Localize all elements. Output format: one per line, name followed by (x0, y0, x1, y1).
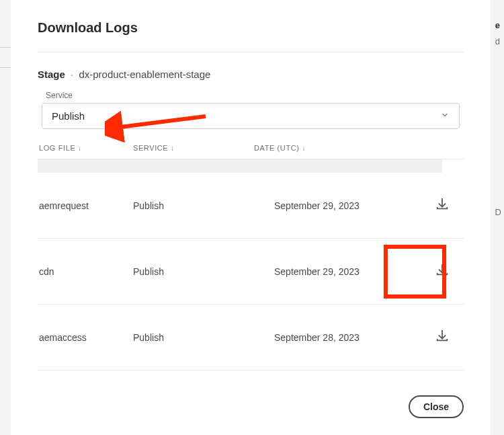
cell-date: September 29, 2023 (274, 200, 422, 211)
download-icon (435, 270, 450, 280)
service-field-label: Service (46, 91, 464, 100)
sort-down-icon: ↓ (302, 145, 306, 152)
sort-down-icon: ↓ (171, 145, 175, 152)
column-header-date[interactable]: DATE (UTC) ↓ (254, 144, 422, 152)
column-header-log-file[interactable]: LOG FILE ↓ (39, 144, 133, 152)
cell-date: September 29, 2023 (274, 266, 422, 277)
download-button[interactable] (431, 325, 454, 350)
bg-line (0, 67, 11, 68)
column-header-label: LOG FILE (39, 144, 75, 152)
column-header-label: SERVICE (133, 144, 168, 152)
download-logs-modal: Download Logs Stage · dx-product-enablem… (11, 0, 491, 435)
stage-line: Stage · dx-product-enablement-stage (38, 69, 464, 80)
bg-fragment: d (495, 36, 500, 46)
spacer-row (38, 159, 442, 173)
download-button[interactable] (431, 193, 454, 218)
cell-log-file: aemrequest (39, 200, 133, 211)
service-select[interactable]: Publish (42, 103, 460, 129)
column-header-service[interactable]: SERVICE ↓ (133, 144, 254, 152)
stage-name: dx-product-enablement-stage (79, 69, 210, 80)
column-header-label: DATE (UTC) (254, 144, 300, 152)
bg-fragment: D (495, 207, 501, 217)
table-header: LOG FILE ↓ SERVICE ↓ DATE (UTC) ↓ (38, 141, 464, 159)
cell-log-file: aemaccess (39, 332, 133, 343)
download-icon (435, 335, 450, 346)
table-row: cdnPublishSeptember 29, 2023 (38, 239, 464, 305)
separator-dot: · (71, 69, 73, 80)
download-button[interactable] (431, 259, 454, 284)
bg-fragment: e (495, 20, 500, 30)
close-button[interactable]: Close (409, 395, 464, 418)
cell-service: Publish (133, 266, 274, 277)
cell-service: Publish (133, 332, 274, 343)
table-row: aemrequestPublishSeptember 29, 2023 (38, 173, 464, 239)
chevron-down-icon (440, 110, 450, 122)
bg-line (0, 47, 11, 48)
table-row: aemaccessPublishSeptember 28, 2023 (38, 305, 464, 370)
cell-service: Publish (133, 200, 274, 211)
modal-title: Download Logs (38, 20, 464, 36)
divider (38, 52, 464, 52)
service-select-value: Publish (52, 110, 85, 122)
download-icon (435, 204, 450, 214)
stage-label: Stage (38, 69, 65, 80)
cell-date: September 28, 2023 (274, 332, 422, 343)
cell-log-file: cdn (39, 266, 133, 277)
sort-down-icon: ↓ (78, 145, 82, 152)
